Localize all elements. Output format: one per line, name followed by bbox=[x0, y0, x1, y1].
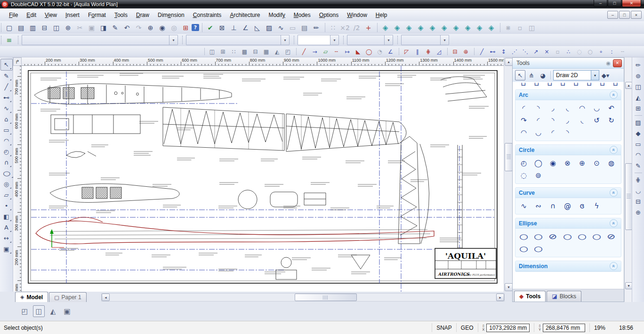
viewport-tool-icon[interactable]: ▣ bbox=[1, 244, 12, 254]
rotate-copy-icon[interactable]: ◰ bbox=[282, 47, 293, 56]
link-circles-icon[interactable]: ⊚ bbox=[633, 71, 644, 81]
color-combo[interactable]: ▾ bbox=[186, 35, 290, 45]
panel-close-icon[interactable]: ✕ bbox=[613, 59, 622, 67]
arrow-line-icon[interactable]: ↦ bbox=[342, 47, 353, 56]
section-header-arc[interactable]: Arc« bbox=[515, 90, 621, 100]
angle-vertex-icon[interactable]: ∠ bbox=[385, 47, 396, 56]
menu-modify[interactable]: Modify bbox=[264, 12, 289, 18]
text-tool-icon[interactable]: A bbox=[1, 222, 12, 233]
circle-tool-6-icon[interactable]: ⊙ bbox=[589, 157, 604, 169]
view-cube-9-icon[interactable]: ◈ bbox=[474, 23, 485, 33]
close-button[interactable]: ✕ bbox=[622, 0, 641, 7]
dimension-tool-icon[interactable]: ↔ bbox=[1, 233, 12, 244]
circle-tool-1-icon[interactable]: ◴ bbox=[516, 157, 531, 169]
rectangle-tool-icon[interactable]: ▭ bbox=[1, 125, 12, 135]
curve-tool-4-icon[interactable]: @ bbox=[560, 200, 575, 212]
arc-tool-18-icon[interactable]: ◝ bbox=[560, 127, 575, 139]
layers-icon[interactable]: ≡ bbox=[3, 35, 15, 45]
view-cube-2-icon[interactable]: ◈ bbox=[391, 23, 403, 33]
panel-tab-blocks[interactable]: ◪Blocks bbox=[547, 291, 581, 302]
arc-tool-11-icon[interactable]: ◞ bbox=[560, 114, 575, 127]
arc-tool-3-icon[interactable]: ◞ bbox=[546, 102, 560, 114]
arc-tool-5-icon[interactable]: ◠ bbox=[575, 102, 589, 114]
horizontal-scrollbar[interactable]: ◂ ▸ bbox=[101, 293, 505, 302]
view-cube-10-icon[interactable]: ◈ bbox=[485, 23, 497, 33]
mirror-objects-icon[interactable]: ◭ bbox=[633, 92, 644, 103]
collapse-chevron-icon[interactable]: « bbox=[610, 146, 618, 154]
collapse-chevron-icon[interactable]: « bbox=[610, 189, 618, 197]
line-tool-icon[interactable]: ╱ bbox=[298, 47, 309, 56]
tab-model[interactable]: ◈Model bbox=[15, 292, 48, 302]
circle-outline-icon[interactable]: ◯ bbox=[363, 47, 374, 56]
snap-diag1-icon[interactable]: ⋰ bbox=[509, 47, 520, 56]
circle-tool-8-icon[interactable]: ◌ bbox=[516, 169, 531, 182]
coordinate-axis-icon[interactable]: ⊥ bbox=[228, 23, 240, 33]
ellipse-tool-9-icon[interactable]: ○ bbox=[528, 243, 549, 255]
new-icon[interactable]: ▢ bbox=[3, 23, 15, 33]
chevron-down-icon[interactable]: ▾ bbox=[440, 35, 449, 45]
snap-cross-icon[interactable]: × bbox=[541, 47, 552, 56]
settings-icon[interactable]: ⊛ bbox=[62, 23, 74, 33]
arc-tool-icon[interactable]: ◠ bbox=[1, 135, 12, 146]
scroll-right-icon[interactable]: ▸ bbox=[496, 294, 504, 301]
mdi-restore-icon[interactable]: □ bbox=[619, 11, 630, 19]
chevron-down-icon[interactable]: ▾ bbox=[169, 35, 177, 45]
curve-tool-5-icon[interactable]: ɞ bbox=[575, 200, 589, 212]
panel-explode-icon[interactable]: ◆▾ bbox=[600, 70, 611, 80]
section-header-curve[interactable]: Curve« bbox=[515, 188, 621, 198]
arc-tool-14-icon[interactable]: ↻ bbox=[604, 114, 619, 127]
vscroll-thumb[interactable] bbox=[505, 143, 513, 171]
layer-combo[interactable]: ▾ bbox=[22, 35, 178, 45]
arc-tool-17-icon[interactable]: ◜ bbox=[546, 127, 560, 139]
minimize-button[interactable]: – bbox=[594, 0, 607, 7]
mdi-minimize-icon[interactable]: – bbox=[607, 11, 618, 19]
menu-modes[interactable]: Modes bbox=[290, 12, 315, 18]
print-preview-icon[interactable]: ◫ bbox=[50, 23, 62, 33]
view-cube-1-icon[interactable]: ◈ bbox=[379, 23, 391, 33]
curve-tool-6-icon[interactable]: ϟ bbox=[589, 200, 604, 212]
ruler-origin-icon[interactable]: ↱ bbox=[13, 57, 22, 66]
panel-node-edit-icon[interactable]: ⋔ bbox=[526, 70, 537, 80]
menu-draw[interactable]: Draw bbox=[132, 12, 153, 18]
view-cube-5-icon[interactable]: ◈ bbox=[427, 23, 438, 33]
perspective-3-icon[interactable]: ⋕ bbox=[423, 47, 434, 56]
arc-tool-2-icon[interactable]: ◝ bbox=[531, 102, 546, 114]
circle-tool-3-icon[interactable]: ◉ bbox=[546, 157, 560, 169]
section-header-ellipse[interactable]: Ellipse« bbox=[515, 218, 621, 229]
scroll-down-icon[interactable]: ▾ bbox=[505, 283, 513, 291]
open-icon[interactable]: ▤ bbox=[15, 23, 27, 33]
tool-group-combo[interactable]: Draw 2D ▾ bbox=[553, 70, 599, 80]
snap-vertical-icon[interactable]: ↕ bbox=[498, 47, 509, 56]
view-cube-4-icon[interactable]: ◈ bbox=[415, 23, 427, 33]
arrange-rows-icon[interactable]: ⊟ bbox=[250, 47, 261, 56]
snap-segment-icon[interactable]: ⊷ bbox=[487, 47, 498, 56]
save-icon[interactable]: ▥ bbox=[27, 23, 39, 33]
line-tool-icon[interactable]: ╱ bbox=[1, 81, 12, 92]
offset-point-icon[interactable]: + bbox=[362, 23, 374, 33]
arc-tool-8-icon[interactable]: ↷ bbox=[516, 114, 531, 127]
print-icon[interactable]: ⊟ bbox=[39, 23, 50, 33]
arc-tool-4-icon[interactable]: ◟ bbox=[560, 102, 575, 114]
arc-tool-1-icon[interactable]: ◜ bbox=[516, 102, 531, 114]
chevron-down-icon[interactable]: ▾ bbox=[281, 35, 289, 45]
linetype-combo[interactable]: ▾ bbox=[298, 35, 339, 45]
menu-tools[interactable]: Tools bbox=[110, 12, 132, 18]
copy-objects-icon[interactable]: ◫ bbox=[633, 81, 644, 92]
target-red-icon[interactable]: ⊕ bbox=[460, 47, 471, 56]
red-shape-icon[interactable]: ◆ bbox=[633, 128, 644, 139]
section-header-dimension[interactable]: Dimension« bbox=[515, 261, 621, 271]
arc-tool-10-icon[interactable]: ◝ bbox=[546, 114, 560, 127]
snap-extend-icon[interactable]: ↗ bbox=[531, 47, 541, 56]
chevron-down-icon[interactable]: ▾ bbox=[384, 35, 393, 45]
standards-check-icon[interactable]: ⊠ bbox=[216, 23, 228, 33]
x-coordinate-value[interactable]: 1073,2928 mm bbox=[486, 324, 530, 332]
curve-tool-3-icon[interactable]: ∩ bbox=[546, 200, 560, 212]
chevron-down-icon[interactable]: ▾ bbox=[591, 71, 599, 80]
render-mode-icon[interactable]: ◫ bbox=[33, 305, 45, 317]
hscroll-thumb[interactable] bbox=[295, 294, 357, 301]
pin-icon[interactable]: ◉ bbox=[606, 60, 611, 66]
restore-button[interactable]: □ bbox=[608, 0, 621, 7]
panel-scrollbar[interactable]: ▴ ▾ bbox=[624, 57, 632, 302]
zoom-icon[interactable]: ◉ bbox=[156, 23, 168, 33]
hatch-swatch-icon[interactable]: ▨ bbox=[263, 23, 275, 33]
